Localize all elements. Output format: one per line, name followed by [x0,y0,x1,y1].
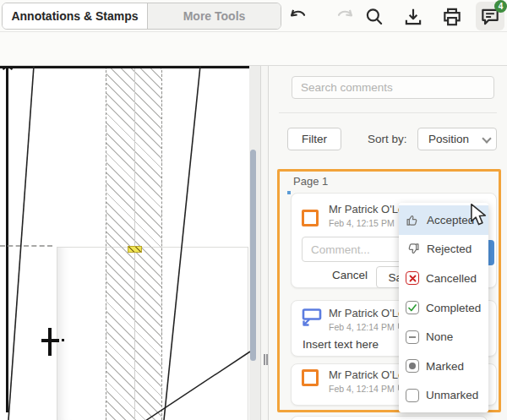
menu-item-unmarked[interactable]: Unmarked [399,380,488,410]
comment-date: Feb 4, 12:14 PM [329,322,395,332]
menu-item-none[interactable]: None [399,322,488,352]
cancel-button[interactable]: Cancel [332,269,368,281]
unmarked-icon [406,389,419,402]
comment-card-partial[interactable] [291,416,488,420]
panel-splitter[interactable] [260,66,269,420]
menu-item-label: Rejected [427,243,472,255]
review-status-menu: Accepted Rejected Cancelled Completed No [399,203,488,412]
drawing-lines [0,66,264,420]
yellow-highlight-annotation[interactable] [128,246,142,253]
document-viewport[interactable] [0,66,264,420]
comment-date: Feb 4, 12:15 PM [329,218,395,228]
callout-annotation-icon [300,308,323,329]
sort-by-label: Sort by: [368,133,407,145]
download-icon[interactable] [402,6,424,28]
none-icon [406,330,419,344]
redo-icon-disabled[interactable] [334,6,356,28]
annotation-toolbar [0,32,507,66]
menu-item-rejected[interactable]: Rejected [399,235,488,265]
top-toolbar: Annotations & Stamps More Tools 4 [0,0,507,32]
search-comments-input[interactable]: Search comments [292,76,494,99]
tab-group: Annotations & Stamps More Tools [2,3,281,30]
comment-author: Mr Patrick O'Le [329,368,404,381]
search-icon[interactable] [363,6,385,28]
comment-author: Mr Patrick O'Le [329,307,404,319]
cancelled-icon [406,271,419,285]
splitter-grip-icon [266,354,268,365]
undo-icon[interactable] [287,6,309,28]
menu-item-label: Completed [426,302,481,314]
marked-icon [406,359,419,373]
drawing-dot-mark [62,339,64,341]
menu-item-completed[interactable]: Completed [399,293,488,323]
print-icon[interactable] [441,6,463,28]
page-section-title: Page 1 [293,175,328,188]
rectangle-annotation-icon [302,210,319,226]
document-scrollbar[interactable] [250,150,256,361]
comment-date: Feb 4, 12:14 PM [329,384,395,394]
comment-author: Mr Patrick O'Le [329,203,404,215]
menu-item-label: Accepted [427,214,474,226]
thumbs-up-icon [406,213,420,227]
rectangle-annotation-icon [302,369,319,386]
menu-item-label: Marked [426,360,464,373]
thumbs-down-icon [406,242,420,256]
tab-annotations-stamps[interactable]: Annotations & Stamps [3,3,148,29]
menu-item-label: Unmarked [426,389,478,401]
menu-item-cancelled[interactable]: Cancelled [399,264,488,293]
splitter-grip-icon [264,354,265,365]
tab-more-tools[interactable]: More Tools [148,3,281,29]
completed-icon [406,301,419,314]
menu-item-marked[interactable]: Marked [399,352,488,381]
selection-dot [287,191,291,194]
comment-text: Insert text here [303,338,379,351]
comments-panel: Search comments Filter Sort by: Position… [269,66,507,420]
panel-divider [279,112,497,113]
drawing-plus-mark [48,328,52,356]
comment-count-badge: 4 [494,0,507,13]
menu-item-label: Cancelled [426,272,477,285]
filter-button[interactable]: Filter [287,128,341,150]
menu-item-label: None [426,330,453,343]
mouse-cursor [470,204,490,226]
